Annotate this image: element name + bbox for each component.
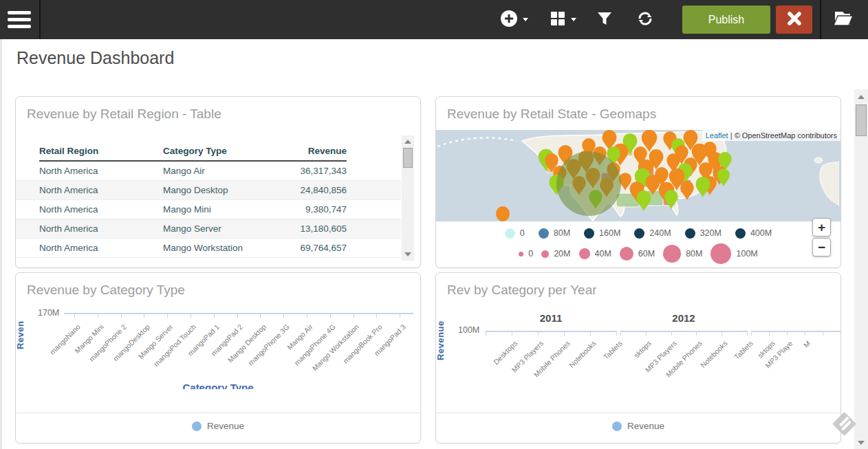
table-scrollbar-thumb[interactable] [403, 148, 413, 168]
leaflet-link[interactable]: Leaflet [706, 131, 728, 140]
map-legend-item: 80M [663, 245, 702, 263]
axis-tick [214, 313, 215, 318]
table-cell: North America [39, 204, 98, 215]
table-body: North AmericaMango Air36,317,343North Am… [16, 162, 401, 258]
table-row[interactable]: North AmericaMango Server13,180,605 [16, 219, 401, 239]
x-axis-tick-label: mangoPhone 4G [293, 322, 338, 367]
refresh-icon [636, 9, 655, 30]
legend-circle-icon [634, 228, 644, 239]
scroll-down-icon[interactable] [858, 441, 865, 445]
scroll-up-icon[interactable] [858, 95, 865, 99]
scroll-down-icon[interactable] [404, 252, 411, 256]
axis-tick [260, 313, 261, 318]
legend-circle-icon [505, 228, 515, 239]
legend-label: Revenue [627, 421, 664, 431]
table-scrollbar[interactable] [402, 135, 414, 261]
table-cell: Mango Server [163, 223, 221, 234]
page-scrollbar-thumb[interactable] [856, 105, 867, 136]
axis-tick [486, 331, 486, 336]
panel-title: Revenue by Retail State - Geomaps [447, 107, 656, 122]
legend-value: 80M [686, 249, 702, 259]
legend-circle-icon [620, 247, 633, 261]
resize-grip-icon[interactable] [833, 413, 856, 436]
toolbar-divider [39, 0, 41, 39]
axis-tick [237, 313, 238, 318]
toolbar-divider [820, 0, 821, 39]
legend-circle-icon [685, 228, 695, 239]
map-legend-item: 0 [519, 249, 533, 259]
map-zoom-control: + − [812, 218, 831, 256]
axis-tick [354, 313, 354, 318]
table-cell: 24,840,856 [300, 185, 347, 195]
axis-tick [751, 331, 752, 336]
add-dashlet-button[interactable] [499, 9, 528, 30]
axis-tick [747, 331, 748, 336]
page-title: Revenue Dashboard [17, 48, 174, 68]
axis-tick [330, 313, 331, 318]
funnel-icon [596, 10, 614, 30]
map-legend-item: 40M [579, 248, 611, 259]
x-axis-line [620, 331, 747, 332]
menu-button[interactable] [6, 6, 34, 34]
column-header[interactable]: Category Type [163, 146, 227, 156]
legend-value: 100M [736, 249, 757, 259]
filter-button[interactable] [596, 10, 614, 30]
axis-tick [823, 331, 823, 336]
leaflet-map[interactable]: Leaflet | © OpenStreetMap contributors [436, 130, 840, 221]
x-axis-line [751, 331, 840, 332]
x-axis-tick-label: Tablets [601, 339, 623, 361]
table-cell: 13,180,605 [300, 223, 347, 234]
chart-legend[interactable]: Revenue [436, 421, 840, 431]
table-cell: Mango Air [163, 166, 205, 176]
column-header[interactable]: Revenue [308, 146, 347, 156]
axis-tick [805, 331, 805, 336]
legend-circle-icon [710, 243, 731, 264]
year-axis: 2011DesktopsMP3 PlayersMobile PhonesNote… [436, 273, 840, 397]
axis-tick [787, 331, 788, 336]
publish-button[interactable]: Publish [682, 6, 770, 34]
folder-button[interactable] [831, 8, 857, 32]
page-scrollbar[interactable] [854, 89, 868, 449]
legend-circle-icon [735, 228, 746, 239]
chart-legend[interactable]: Revenue [16, 421, 420, 431]
axis-tick [167, 313, 168, 318]
map-legend-item: 60M [620, 247, 655, 261]
legend-label: Revenue [207, 421, 244, 431]
map-legend-item: 20M [541, 249, 570, 259]
refresh-button[interactable] [636, 9, 655, 30]
legend-divider [17, 413, 420, 413]
x-axis-tick-label: M [802, 339, 812, 349]
panel-revenue-table: Revenue by Retail Region - Table Retail … [15, 96, 421, 268]
chevron-down-icon [523, 18, 528, 21]
table-row[interactable]: North AmericaMango Mini9,380,747 [16, 200, 401, 219]
table-row[interactable]: North AmericaMango Workstation69,764,657 [16, 239, 401, 258]
plus-circle-icon [499, 9, 519, 30]
table-cell: North America [39, 223, 98, 234]
hamburger-icon [8, 11, 31, 14]
table-header-row: Retail RegionCategory TypeRevenue [16, 140, 401, 162]
axis-tick [400, 313, 400, 318]
osm-credit: © OpenStreetMap contributors [735, 131, 837, 140]
table-row[interactable]: North AmericaMango Air36,317,343 [16, 162, 401, 181]
dashboard-page: Publish Revenue Dashboard [0, 0, 868, 449]
zoom-in-button[interactable]: + [812, 218, 831, 237]
x-axis-tick-label: Tablets [732, 339, 754, 361]
legend-value: 0 [520, 228, 525, 238]
table-cell: North America [39, 166, 98, 176]
zoom-out-button[interactable]: − [812, 238, 831, 256]
layout-button[interactable] [549, 10, 576, 30]
panel-title: Revenue by Retail Region - Table [27, 107, 221, 122]
column-header[interactable]: Retail Region [39, 146, 98, 156]
panel-category-chart: Revenue by Category Type Reven 170M mang… [15, 272, 421, 443]
axis-tick [646, 331, 647, 336]
legend-dot-icon [612, 421, 622, 431]
legend-value: 40M [595, 249, 611, 259]
table-cell: Mango Desktop [163, 185, 228, 195]
legend-value: 400M [750, 228, 772, 238]
axis-tick [696, 331, 697, 336]
close-button[interactable] [776, 6, 812, 34]
axis-tick [74, 313, 75, 318]
scroll-up-icon[interactable] [404, 140, 411, 144]
x-axis-title: Category Type [182, 382, 253, 389]
table-row[interactable]: North AmericaMango Desktop24,840,856 [16, 181, 401, 200]
